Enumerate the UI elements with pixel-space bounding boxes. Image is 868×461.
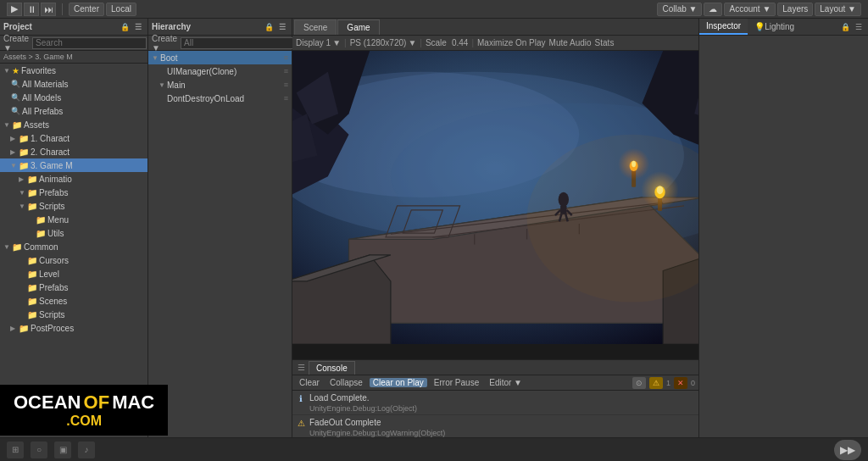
inspector-panel: Inspector 💡 Lighting 🔒 ☰ [698, 19, 868, 461]
scripts-item[interactable]: ▼ 📁 Scripts [0, 199, 147, 213]
menu-icon[interactable]: ☰ [132, 21, 144, 33]
account-button[interactable]: Account ▼ [724, 3, 776, 16]
hierarchy-lock-icon[interactable]: 🔒 [263, 21, 275, 33]
stats-btn[interactable]: Stats [595, 38, 615, 47]
console-msg-2[interactable]: ⚠ FadeOut Complete UnityEngine.Debug:Log… [292, 415, 698, 440]
menu-item[interactable]: 📁 Menu [0, 213, 147, 226]
editor-btn[interactable]: Editor ▼ [486, 378, 526, 387]
clear-on-play-btn[interactable]: Clear on Play [370, 378, 427, 387]
console-msg-1[interactable]: ℹ Load Complete. UnityEngine.Debug:Log(O… [292, 391, 698, 415]
tab-lighting[interactable]: 💡 Lighting [748, 19, 801, 35]
play-button[interactable]: ▶ [7, 3, 22, 16]
inspector-tab-bar: Inspector 💡 Lighting 🔒 ☰ [699, 19, 868, 36]
scripts2-item[interactable]: 📁 Scripts [0, 308, 147, 321]
forward-button[interactable]: ▶▶ [834, 440, 861, 460]
pp-label: PostProces [31, 324, 144, 333]
mute-audio[interactable]: Mute Audio [549, 38, 592, 47]
scenes-label: Scenes [39, 297, 144, 306]
inspector-menu-icon[interactable]: ☰ [853, 21, 865, 33]
inspector-content [699, 36, 868, 461]
game-m-folder: 📁 [19, 161, 29, 170]
game-m-item[interactable]: ▼ 📁 3. Game M [0, 158, 147, 172]
char1-item[interactable]: ▶ 📁 1. Charact [0, 131, 147, 145]
create-label-h[interactable]: Create ▼ [152, 34, 177, 53]
bottom-icon-files[interactable]: ▣ [54, 442, 71, 458]
cursors-item[interactable]: 📁 Cursors [0, 253, 147, 267]
watermark: OCEAN OF MAC .COM [0, 385, 168, 436]
layers-button[interactable]: Layers [777, 3, 813, 16]
search-icon2: 🔍 [10, 93, 20, 102]
level-label: Level [39, 269, 144, 279]
tab-game-label: Game [347, 23, 370, 32]
utils-item[interactable]: 📁 Utils [0, 226, 147, 240]
scripts-folder: 📁 [27, 202, 37, 211]
cloud-button[interactable]: ☁ [704, 3, 722, 16]
tab-game[interactable]: Game [337, 19, 379, 35]
game-canvas [292, 51, 698, 344]
char2-item[interactable]: ▶ 📁 2. Charact [0, 145, 147, 158]
folder-icon: 📁 [12, 120, 22, 130]
local-button[interactable]: Local [106, 3, 136, 16]
lock-icon[interactable]: 🔒 [119, 21, 131, 33]
maximize-on-play[interactable]: Maximize On Play [477, 38, 546, 47]
favorites-label: Favorites [21, 66, 144, 75]
main-item[interactable]: ▼ Main ≡ [148, 78, 292, 92]
step-button[interactable]: ⏭ [41, 3, 56, 16]
project-search-input[interactable] [32, 37, 147, 49]
collapse-btn[interactable]: Collapse [326, 378, 366, 387]
tab-console[interactable]: Console [309, 361, 355, 375]
gt-sep1: | [344, 38, 347, 47]
scenes-folder: 📁 [27, 297, 37, 306]
bottom-icon-windows[interactable]: ⊞ [7, 442, 24, 458]
dontdestroy-item[interactable]: DontDestroyOnLoad ≡ [148, 92, 292, 105]
create-label[interactable]: Create ▼ [3, 34, 29, 53]
uimanager-item[interactable]: UIManager(Clone) ≡ [148, 64, 292, 78]
level-folder: 📁 [27, 269, 37, 279]
all-prefabs-item[interactable]: 🔍 All Prefabs [0, 104, 147, 118]
assets-folder[interactable]: ▼ 📁 Assets [0, 118, 147, 131]
bottom-icon-search[interactable]: ○ [31, 442, 47, 458]
scale-control[interactable]: Scale 0.44 [426, 38, 468, 47]
prefabs-item[interactable]: ▼ 📁 Prefabs [0, 186, 147, 199]
all-models-item[interactable]: 🔍 All Models [0, 91, 147, 104]
scenes-item[interactable]: 📁 Scenes [0, 294, 147, 308]
center-button[interactable]: Center [69, 3, 104, 16]
pause-button[interactable]: ⏸ [24, 3, 39, 16]
all-materials-item[interactable]: 🔍 All Materials [0, 77, 147, 91]
inspector-lock-icon[interactable]: 🔒 [839, 21, 851, 33]
bottom-icon-sound[interactable]: ♪ [78, 442, 95, 458]
favorites-folder[interactable]: ▼ ★ Favorites [0, 64, 147, 77]
search-icon: 🔍 [10, 80, 20, 88]
hierarchy-panel: Hierarchy 🔒 ☰ Create ▼ ▼ Boot ≡ UIManage… [148, 19, 292, 461]
postprocess-item[interactable]: ▶ 📁 PostProces [0, 321, 147, 335]
panel-header-icons: 🔒 ☰ [119, 21, 144, 33]
boot-item[interactable]: ▼ Boot ≡ [148, 51, 292, 64]
level-item[interactable]: 📁 Level [0, 267, 147, 280]
mute-label: Mute Audio [549, 38, 592, 47]
game-m-arrow: ▼ [10, 162, 17, 169]
uimanager-label: UIManager(Clone) [167, 67, 282, 76]
tab-inspector[interactable]: Inspector [699, 19, 748, 35]
project-title: Project [3, 22, 119, 31]
layout-button[interactable]: Layout ▼ [815, 3, 861, 16]
gt-sep3: | [471, 38, 474, 47]
hierarchy-search-input[interactable] [181, 37, 295, 49]
resolution-arrow-icon: ▼ [408, 38, 416, 47]
prefabs2-folder: 📁 [27, 283, 37, 292]
clear-btn[interactable]: Clear [296, 378, 323, 387]
inspector-header-icons: 🔒 ☰ [839, 19, 868, 35]
common-folder[interactable]: ▼ 📁 Common [0, 240, 147, 253]
display-selector[interactable]: Display 1 ▼ [296, 38, 341, 47]
lighting-icon: 💡 [754, 22, 765, 31]
collab-button[interactable]: Collab ▼ [657, 3, 702, 16]
hierarchy-menu-icon[interactable]: ☰ [276, 21, 288, 33]
console-count1: 1 [666, 379, 670, 387]
error-pause-btn[interactable]: Error Pause [431, 378, 482, 387]
animation-label: Animatio [39, 175, 144, 184]
scripts2-label: Scripts [39, 310, 144, 319]
prefabs2-item[interactable]: 📁 Prefabs [0, 280, 147, 294]
tab-scene[interactable]: Scene [294, 19, 337, 35]
resolution-selector[interactable]: PS (1280x720) ▼ [350, 38, 417, 47]
animation-item[interactable]: ▶ 📁 Animatio [0, 172, 147, 186]
inspector-label: Inspector [706, 21, 741, 31]
